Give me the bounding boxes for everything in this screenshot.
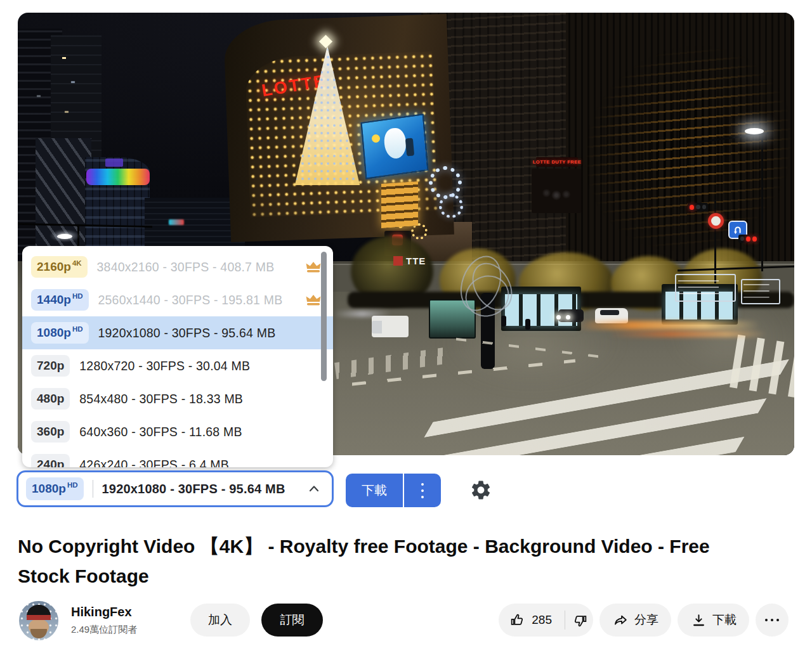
chevron-up-icon[interactable] bbox=[306, 481, 322, 496]
car-light-trail bbox=[334, 311, 391, 317]
thumb-down-icon[interactable] bbox=[572, 612, 588, 628]
car-headlight bbox=[566, 315, 570, 320]
download-action-label: 下載 bbox=[712, 612, 737, 628]
quality-badge-2160p: 2160p4K bbox=[31, 256, 88, 278]
download-action-button[interactable]: 下載 bbox=[678, 604, 749, 637]
green-direction-sign bbox=[675, 274, 736, 302]
quality-badge-1080p: 1080pHD bbox=[31, 322, 89, 344]
quality-option-360p[interactable]: 360p 640x360 - 30FPS - 11.68 MB bbox=[22, 415, 333, 448]
left-building-windows bbox=[62, 57, 66, 59]
quality-info: 426x240 - 30FPS - 6.4 MB bbox=[79, 458, 322, 468]
dark-billboard bbox=[532, 169, 581, 213]
sign-gantry-pole bbox=[714, 200, 716, 283]
selected-quality-badge: 1080pHD bbox=[26, 477, 84, 500]
video-title: No Copyright Video 【4K】 - Royalty free F… bbox=[18, 531, 766, 591]
led-figure-graphic bbox=[405, 138, 414, 157]
car-light-trail bbox=[576, 321, 760, 330]
quality-option-1080p[interactable]: 1080pHD 1920x1080 - 30FPS - 95.64 MB bbox=[22, 316, 333, 349]
speed-limit-sign bbox=[708, 213, 724, 229]
red-light bbox=[690, 205, 694, 210]
u-turn-arrow-icon bbox=[732, 224, 743, 236]
premium-crown-icon bbox=[305, 260, 322, 274]
selected-quality-info: 1920x1080 - 30FPS - 95.64 MB bbox=[102, 482, 298, 496]
led-ornament-graphic bbox=[372, 134, 380, 143]
share-label: 分享 bbox=[634, 612, 658, 628]
streetlight-pole-right bbox=[761, 134, 763, 271]
more-dot bbox=[771, 619, 774, 622]
quality-info: 854x480 - 30FPS - 18.33 MB bbox=[79, 392, 322, 406]
quality-info: 1280x720 - 30FPS - 30.04 MB bbox=[79, 359, 322, 373]
lotte-storefront-sign: TTE bbox=[393, 255, 426, 266]
lit-shop-windows bbox=[381, 181, 418, 228]
more-actions-button[interactable] bbox=[756, 604, 789, 637]
car-headlight bbox=[556, 315, 561, 320]
video-actions: 285 分享 下載 bbox=[499, 604, 789, 637]
pedestrian bbox=[525, 319, 530, 330]
more-dot bbox=[765, 619, 768, 622]
storefront-red-logo bbox=[393, 256, 403, 266]
quality-info: 640x360 - 30FPS - 11.68 MB bbox=[79, 425, 322, 439]
like-dislike-pill: 285 bbox=[499, 604, 593, 637]
quality-badge-360p: 360p bbox=[31, 421, 70, 443]
quality-option-240p[interactable]: 240p 426x240 - 30FPS - 6.4 MB bbox=[22, 448, 333, 467]
download-icon bbox=[690, 612, 707, 628]
menu-scrollbar[interactable] bbox=[321, 252, 327, 381]
selector-divider bbox=[93, 480, 93, 498]
zebra-crosswalk-right bbox=[730, 335, 794, 398]
quality-badge-720p: 720p bbox=[31, 355, 70, 377]
quality-menu: 2160p4K 3840x2160 - 30FPS - 408.7 MB 144… bbox=[22, 246, 333, 467]
traffic-signal bbox=[688, 203, 708, 211]
red-light bbox=[752, 236, 757, 242]
quality-info: 3840x2160 - 30FPS - 408.7 MB bbox=[97, 260, 296, 275]
quality-info: 1920x1080 - 30FPS - 95.64 MB bbox=[98, 326, 322, 340]
like-dislike-divider bbox=[565, 611, 565, 630]
download-button[interactable]: 下載 bbox=[346, 474, 403, 507]
distant-neon-sign bbox=[169, 219, 184, 225]
avatar-beanie-band bbox=[27, 615, 51, 620]
quality-badge-240p: 240p bbox=[31, 454, 70, 467]
thumb-up-icon[interactable] bbox=[509, 612, 525, 628]
kebab-dot bbox=[421, 489, 424, 492]
channel-name[interactable]: HikingFex bbox=[71, 605, 132, 619]
more-dot bbox=[776, 619, 780, 622]
metal-sculpture bbox=[455, 255, 522, 369]
quality-option-2160p[interactable]: 2160p4K 3840x2160 - 30FPS - 408.7 MB bbox=[22, 250, 333, 283]
dark-car bbox=[558, 309, 584, 322]
off-light bbox=[740, 236, 744, 241]
storefront-sign-text: TTE bbox=[406, 255, 426, 266]
hotel-roof-sign bbox=[105, 158, 123, 167]
lotte-duty-free-sign: LOTTE DUTY FREE bbox=[536, 157, 578, 167]
quality-option-720p[interactable]: 720p 1280x720 - 30FPS - 30.04 MB bbox=[22, 349, 333, 382]
streetlight-lamp-left bbox=[57, 234, 72, 239]
suv-window bbox=[600, 310, 619, 315]
like-count: 285 bbox=[532, 613, 552, 627]
quality-option-480p[interactable]: 480p 854x480 - 30FPS - 18.33 MB bbox=[22, 382, 333, 415]
quality-option-1440p[interactable]: 1440pHD 2560x1440 - 30FPS - 195.81 MB bbox=[22, 283, 333, 316]
settings-gear-icon[interactable] bbox=[469, 479, 492, 501]
download-split-button: 下載 bbox=[346, 474, 441, 507]
red-light bbox=[746, 236, 750, 242]
subscribe-button[interactable]: 訂閱 bbox=[261, 604, 323, 637]
silver-snowflake-wreath-small bbox=[439, 194, 463, 218]
subscriber-count: 2.49萬位訂閱者 bbox=[71, 624, 137, 636]
traffic-signal-2 bbox=[738, 235, 759, 243]
premium-crown-icon bbox=[305, 293, 322, 307]
off-light bbox=[696, 205, 700, 209]
kebab-dot bbox=[421, 483, 424, 486]
quality-badge-1440p: 1440pHD bbox=[31, 289, 89, 311]
rainbow-led-band bbox=[86, 169, 150, 185]
white-truck bbox=[372, 316, 409, 337]
join-button[interactable]: 加入 bbox=[190, 604, 250, 637]
share-button[interactable]: 分享 bbox=[599, 604, 671, 637]
kebab-dot bbox=[421, 496, 424, 498]
car-light-trail bbox=[608, 331, 766, 337]
download-options-button[interactable] bbox=[404, 474, 441, 507]
channel-row: HikingFex 2.49萬位訂閱者 加入 訂閱 285 分享 bbox=[18, 601, 794, 642]
channel-avatar[interactable] bbox=[19, 601, 58, 640]
avatar-beard bbox=[30, 629, 47, 638]
silver-snowflake-wreath bbox=[429, 166, 462, 199]
quality-selector[interactable]: 1080pHD 1920x1080 - 30FPS - 95.64 MB bbox=[16, 470, 334, 507]
streetlight-lamp-right bbox=[745, 128, 764, 134]
truck-cab bbox=[372, 321, 382, 333]
share-arrow-icon bbox=[612, 612, 629, 628]
